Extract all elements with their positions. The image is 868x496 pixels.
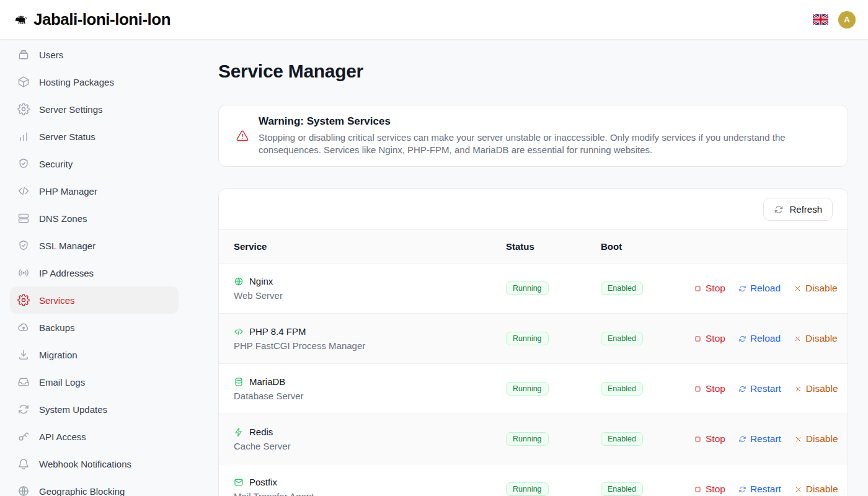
status-badge: Running [506, 382, 549, 396]
key-icon [17, 430, 30, 443]
globe-icon [234, 277, 244, 286]
status-badge: Running [506, 281, 549, 295]
row-actions: StopRestartDisable [694, 383, 848, 394]
sidebar-item-server-settings[interactable]: Server Settings [10, 95, 179, 123]
stop-square-icon [694, 385, 702, 393]
action-label: Stop [706, 383, 725, 394]
service-row-redis: RedisCache ServerRunningEnabledStopResta… [219, 414, 848, 464]
stop-action-button[interactable]: Stop [694, 484, 725, 495]
column-header-boot: Boot [601, 241, 694, 252]
x-icon [794, 335, 802, 343]
inbox-icon [17, 376, 30, 388]
gear-icon [17, 103, 30, 115]
sidebar-item-api-access[interactable]: API Access [10, 423, 179, 450]
restart-action-button[interactable]: Restart [738, 433, 781, 445]
stop-action-button[interactable]: Stop [694, 333, 725, 344]
service-description: Cache Server [234, 441, 506, 451]
table-body: NginxWeb ServerRunningEnabledStopReloadD… [219, 263, 848, 496]
disable-action-button[interactable]: Disable [794, 484, 838, 495]
column-header-status: Status [506, 241, 601, 252]
sidebar-item-label: Geographic Blocking [39, 486, 125, 496]
user-avatar[interactable]: A [838, 11, 856, 29]
boot-badge: Enabled [601, 432, 643, 446]
sidebar-item-security[interactable]: Security [10, 150, 179, 177]
sidebar-item-hosting-packages[interactable]: Hosting Packages [10, 68, 179, 95]
stop-action-button[interactable]: Stop [694, 433, 725, 445]
boot-badge: Enabled [601, 382, 643, 396]
alert-triangle-icon [236, 130, 249, 142]
action-label: Reload [750, 333, 781, 344]
service-cell: RedisCache Server [234, 427, 506, 451]
sidebar-item-label: System Updates [39, 404, 107, 415]
sidebar-item-label: PHP Manager [39, 186, 97, 197]
sidebar-item-geographic-blocking[interactable]: Geographic Blocking [10, 477, 179, 496]
app-title: Jabali-loni-loni-lon [33, 10, 170, 29]
sidebar-item-ip-addresses[interactable]: IP Addresses [10, 259, 179, 286]
warning-body: Stopping or disabling critical services … [259, 131, 833, 156]
cloud-upload-icon [17, 321, 30, 334]
sidebar-item-webhook-notifications[interactable]: Webhook Notifications [10, 450, 179, 477]
sidebar-item-services[interactable]: Services [10, 286, 179, 314]
sidebar-item-label: Services [39, 295, 75, 306]
action-label: Disable [806, 383, 838, 394]
service-cell: PostfixMail Transfer Agent [234, 477, 506, 496]
services-toolbar: Refresh [219, 189, 848, 229]
service-row-php-8-4-fpm: PHP 8.4 FPMPHP FastCGI Process ManagerRu… [219, 313, 848, 363]
action-label: Restart [750, 484, 781, 495]
sidebar-item-migration[interactable]: Migration [10, 341, 179, 368]
disable-action-button[interactable]: Disable [794, 333, 838, 344]
stop-action-button[interactable]: Stop [694, 383, 725, 394]
sidebar-item-server-status[interactable]: Server Status [10, 123, 179, 150]
reload-action-button[interactable]: Reload [738, 333, 781, 344]
refresh-icon [738, 435, 746, 443]
sidebar-item-label: API Access [39, 432, 86, 442]
sidebar-item-ssl-manager[interactable]: SSL Manager [10, 232, 179, 259]
sidebar-item-label: Migration [39, 350, 78, 360]
status-badge: Running [506, 332, 549, 345]
sidebar-item-users[interactable]: Users [10, 41, 179, 68]
refresh-button[interactable]: Refresh [763, 198, 833, 221]
refresh-icon [738, 385, 746, 393]
sidebar-item-system-updates[interactable]: System Updates [10, 396, 179, 423]
action-label: Stop [706, 433, 725, 445]
sidebar-item-label: DNS Zones [39, 213, 87, 224]
disable-action-button[interactable]: Disable [794, 433, 838, 445]
boar-logo-icon [15, 14, 27, 26]
reload-action-button[interactable]: Reload [738, 283, 781, 294]
disable-action-button[interactable]: Disable [794, 383, 838, 394]
service-description: Database Server [234, 391, 506, 401]
sidebar-item-backups[interactable]: Backups [10, 314, 179, 341]
warning-text: Warning: System Services Stopping or dis… [259, 115, 833, 156]
broadcast-icon [17, 267, 30, 279]
service-description: Mail Transfer Agent [234, 491, 506, 496]
database-icon [234, 377, 244, 387]
sidebar: UsersHosting PackagesServer SettingsServ… [0, 40, 188, 496]
globe-icon [17, 485, 30, 496]
refresh-icon [738, 285, 746, 293]
uk-flag-language-icon[interactable] [813, 14, 828, 25]
column-header-service: Service [234, 241, 506, 252]
bar-chart-icon [17, 130, 30, 143]
mail-icon [234, 477, 244, 487]
package-icon [17, 76, 30, 88]
action-label: Restart [750, 433, 781, 445]
restart-action-button[interactable]: Restart [738, 383, 781, 394]
service-description: PHP FastCGI Process Manager [234, 340, 506, 351]
restart-action-button[interactable]: Restart [738, 484, 781, 495]
row-actions: StopRestartDisable [694, 484, 848, 495]
refresh-icon [738, 335, 746, 343]
sidebar-item-label: Security [39, 159, 73, 169]
sidebar-item-email-logs[interactable]: Email Logs [10, 368, 179, 396]
action-label: Disable [806, 484, 838, 495]
action-label: Disable [806, 433, 838, 445]
service-name: Nginx [249, 276, 273, 286]
boot-badge: Enabled [601, 281, 643, 295]
stop-action-button[interactable]: Stop [694, 283, 725, 294]
shield-check-icon [17, 239, 30, 252]
sidebar-item-label: Hosting Packages [39, 77, 114, 87]
sidebar-item-php-manager[interactable]: PHP Manager [10, 177, 179, 205]
shield-check-icon [17, 157, 30, 170]
boot-badge: Enabled [601, 332, 643, 345]
disable-action-button[interactable]: Disable [794, 283, 838, 294]
sidebar-item-dns-zones[interactable]: DNS Zones [10, 205, 179, 232]
